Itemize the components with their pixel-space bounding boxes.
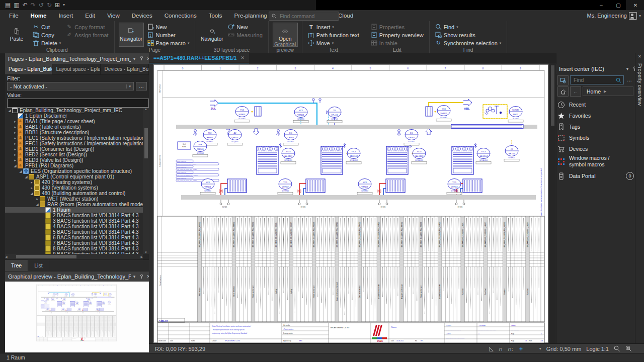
tree-expander-icon[interactable]: ◢: [7, 109, 12, 113]
tree-expander-icon[interactable]: ▸: [13, 125, 18, 129]
user-area[interactable]: Ms. Engineering ▾: [587, 10, 641, 21]
undo-list-icon[interactable]: ↺: [39, 1, 44, 10]
tree-item[interactable]: ▸ & BED3 (Valve list (Design)): [5, 157, 143, 163]
find-in-results-button[interactable]: [557, 75, 569, 85]
tree-horizontal-scrollbar[interactable]: ◀ ▶: [5, 254, 143, 259]
find-button[interactable]: Find▾: [434, 23, 503, 31]
insert-item-tags[interactable]: Tags: [557, 122, 634, 132]
more-button[interactable]: …: [625, 75, 633, 84]
graphical-preview-area[interactable]: 0123456789GA FunktionAnlagenschemaZULABL…: [5, 282, 149, 352]
tree-item[interactable]: ▸ & PEC1 (Safety instructions / Implemen…: [5, 135, 143, 141]
frame-edit-icon[interactable]: ⊞: [55, 1, 60, 10]
undo-icon[interactable]: ↶: [23, 1, 28, 10]
design-mode-icon[interactable]: ∩:: [508, 346, 513, 352]
panel-menu-icon[interactable]: ▾: [131, 274, 138, 279]
zoom-selection-icon[interactable]: [625, 345, 632, 352]
tree-expander-icon[interactable]: ▸: [29, 186, 34, 190]
insert-item-symbols[interactable]: Symbols: [557, 133, 634, 143]
tree-expander-icon[interactable]: ▸: [13, 120, 18, 124]
tree-expander-icon[interactable]: ◢: [35, 203, 40, 207]
tree-item[interactable]: 1 Eplan Disclaimer: [5, 113, 143, 119]
tree-expander-icon[interactable]: ▸: [13, 142, 18, 146]
schematic-sheet[interactable]: 0123456789GA FunktionAnlagenschemaZULABL…: [153, 64, 548, 343]
canvas-vertical-scrollbar[interactable]: [549, 63, 556, 343]
tree-item[interactable]: ◢ RAR (Room (Room automation shell model…: [5, 202, 143, 207]
page-navigator-button[interactable]: Navigator: [119, 23, 144, 47]
tree-expander-icon[interactable]: ◢: [18, 169, 23, 173]
find-command-input[interactable]: [279, 13, 331, 20]
show-results-button[interactable]: Show results: [434, 31, 503, 39]
tree-item[interactable]: ▸ & EEC1 (Safety instructions / Implemen…: [5, 141, 143, 146]
tree-item[interactable]: ◢ Eplan_Building_Technology_Project_mm_I…: [5, 108, 143, 113]
tree-item[interactable]: 7 BACS function list VDI 3814 Part 4.3: [5, 240, 143, 246]
pin-icon[interactable]: [138, 56, 145, 61]
tree-item[interactable]: ▸ & BAA1 (Title page / cover sheet): [5, 119, 143, 124]
measuring-button[interactable]: Measuring: [226, 31, 264, 39]
copy-button[interactable]: Copy: [31, 31, 62, 39]
pin-icon[interactable]: [138, 274, 145, 280]
tree-expander-icon[interactable]: ▸: [13, 153, 18, 157]
tree-expander-icon[interactable]: ◢: [29, 192, 34, 196]
insert-center-search[interactable]: [570, 75, 624, 84]
tree-vertical-scrollbar[interactable]: ▲ ▼: [143, 108, 149, 254]
restore-button[interactable]: ▢: [610, 0, 627, 10]
close-icon[interactable]: ✕: [638, 54, 641, 59]
tab-property-overview[interactable]: Property overview: [637, 63, 643, 106]
panel-tab[interactable]: Layout space - Eplan_Bu...: [52, 64, 101, 74]
insert-center-search-input[interactable]: [573, 76, 616, 83]
grid-toggle-icon[interactable]: [529, 346, 534, 351]
menu-tab[interactable]: Pre-planning: [228, 10, 273, 21]
in-table-button[interactable]: In table: [369, 39, 425, 47]
breadcrumb[interactable]: Home ▶: [583, 86, 633, 96]
tree-item[interactable]: ▸ 430 (Ventilation systems): [5, 185, 143, 191]
drawing-canvas[interactable]: 0123456789GA FunktionAnlagenschemaZULABL…: [149, 63, 549, 343]
menu-tab[interactable]: Home: [25, 10, 53, 21]
tree-expander-icon[interactable]: ◢: [24, 175, 29, 179]
panel-menu-icon[interactable]: ▾: [624, 66, 631, 71]
menu-tab[interactable]: Connections: [158, 10, 203, 21]
tree-item[interactable]: ▸ & BED1 (Consumer list (Design)): [5, 146, 143, 152]
text-insert-button[interactable]: TInsert▾: [306, 23, 361, 31]
close-icon[interactable]: ✕: [240, 55, 245, 60]
tree-item[interactable]: 1 Raum: [5, 207, 143, 213]
tree-expander-icon[interactable]: ▸: [13, 131, 18, 135]
home-button[interactable]: [557, 86, 569, 97]
crosshair-icon[interactable]: ＋: [518, 345, 524, 352]
back-button[interactable]: ←: [570, 86, 581, 97]
filter-more-button[interactable]: …: [136, 82, 147, 90]
delete-button[interactable]: Delete▾: [31, 39, 62, 47]
qat-customize-icon[interactable]: ▾: [63, 1, 65, 10]
tree-expander-icon[interactable]: ▸: [13, 147, 18, 151]
tree-item[interactable]: 8 BACS function list VDI 3814 Part 4.3: [5, 246, 143, 251]
new-page-icon[interactable]: ▤: [5, 1, 11, 10]
find-command-box[interactable]: [269, 12, 339, 21]
tree-expander-icon[interactable]: ▸: [13, 158, 18, 162]
panel-menu-icon[interactable]: ▾: [131, 56, 138, 61]
redo-list-icon[interactable]: ↻: [47, 1, 52, 10]
menu-tab[interactable]: Devices: [126, 10, 158, 21]
menu-tab[interactable]: Tools: [203, 10, 228, 21]
page-number-button[interactable]: 1Number: [146, 31, 191, 39]
properties-button[interactable]: Properties: [369, 23, 425, 31]
3d-navigator-button[interactable]: Navigator: [199, 23, 224, 47]
tree-item[interactable]: ▸ & BAB1 (Table of contents): [5, 124, 143, 130]
view-tab[interactable]: Tree: [5, 260, 28, 271]
insert-item-window-macros[interactable]: Window macros / symbol macros: [557, 154, 634, 169]
tree-item[interactable]: 5 BACS function list VDI 3814 Part 4.3: [5, 229, 143, 235]
page-new-button[interactable]: New: [146, 23, 191, 31]
3d-new-button[interactable]: New: [226, 23, 264, 31]
menu-tab[interactable]: File: [3, 10, 25, 21]
tree-item[interactable]: ▸ & BDB1 (Structure description): [5, 130, 143, 135]
insert-item-devices[interactable]: Devices: [557, 144, 634, 154]
tree-item[interactable]: 4 BACS function list VDI 3814 Part 4.3: [5, 224, 143, 229]
menu-tab[interactable]: Edit: [79, 10, 101, 21]
close-button[interactable]: ✕: [627, 0, 644, 10]
tree-item[interactable]: 2 BACS function list VDI 3814 Part 4.3: [5, 213, 143, 218]
insert-item-favorites[interactable]: Favorites: [557, 111, 634, 121]
tree-expander-icon[interactable]: ▸: [13, 136, 18, 140]
menu-tab[interactable]: View: [101, 10, 126, 21]
tree-item[interactable]: ◢ ASP1 (Control equipment plant 01): [5, 174, 143, 179]
page-macro-button[interactable]: Page macro▾: [146, 39, 191, 47]
filter-dropdown[interactable]: - Not activated - ▾: [7, 82, 134, 90]
insert-item-data-portal[interactable]: Data Portal 0: [557, 171, 634, 181]
